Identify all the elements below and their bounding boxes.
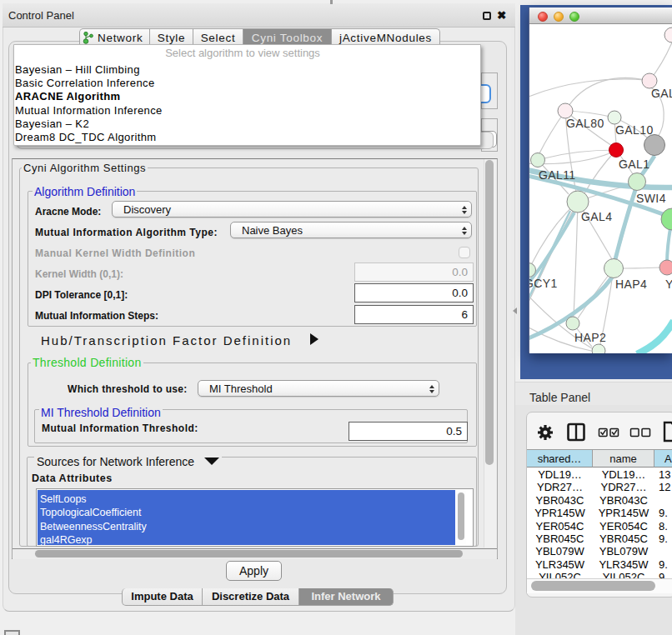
svg-text:GAL80: GAL80 (566, 117, 604, 130)
svg-text:GAL10: GAL10 (615, 123, 654, 137)
svg-text:GAL4: GAL4 (581, 210, 612, 223)
svg-text:GCY1: GCY1 (529, 277, 558, 290)
svg-text:HAP2: HAP2 (574, 331, 606, 344)
svg-text:SWI4: SWI4 (636, 192, 666, 205)
svg-text:Y: Y (665, 278, 672, 291)
svg-text:HAP4: HAP4 (615, 278, 647, 291)
svg-text:GAL7: GAL7 (651, 87, 672, 100)
svg-text:GAL1: GAL1 (619, 158, 649, 171)
svg-text:GAL11: GAL11 (539, 168, 576, 182)
